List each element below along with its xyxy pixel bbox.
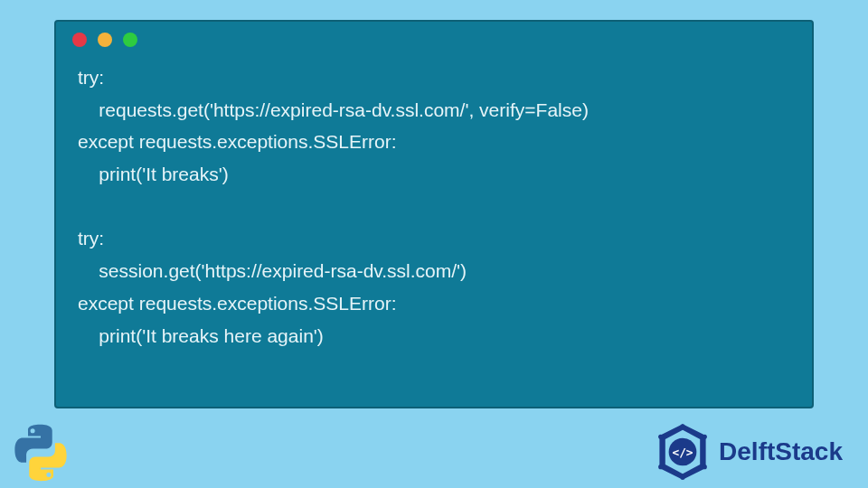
window-maximize-dot <box>123 33 137 47</box>
svg-point-8 <box>658 465 663 469</box>
svg-point-5 <box>703 435 707 439</box>
code-window: try: requests.get('https://expired-rsa-d… <box>54 20 814 408</box>
svg-point-6 <box>703 465 707 469</box>
branding: </> DelftStack <box>654 423 843 481</box>
window-minimize-dot <box>98 33 112 47</box>
brand-name: DelftStack <box>719 437 843 466</box>
window-titlebar-dots <box>56 33 812 56</box>
window-close-dot <box>72 33 87 47</box>
svg-point-7 <box>681 475 685 480</box>
delftstack-logo-icon: </> <box>654 423 712 481</box>
svg-point-9 <box>658 435 663 439</box>
svg-point-4 <box>681 424 685 428</box>
python-logo-icon <box>9 421 72 484</box>
svg-text:</>: </> <box>673 446 693 459</box>
code-block: try: requests.get('https://expired-rsa-d… <box>56 56 812 352</box>
